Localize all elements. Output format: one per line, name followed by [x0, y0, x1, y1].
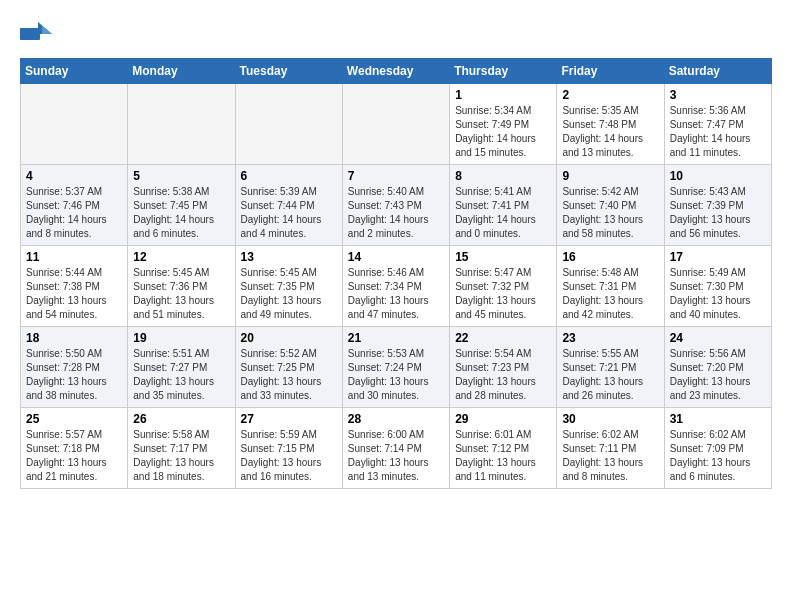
day-number: 12	[133, 250, 229, 264]
page-header	[20, 20, 772, 48]
day-info: Sunrise: 5:52 AM Sunset: 7:25 PM Dayligh…	[241, 347, 337, 403]
day-number: 30	[562, 412, 658, 426]
day-info: Sunrise: 5:39 AM Sunset: 7:44 PM Dayligh…	[241, 185, 337, 241]
day-number: 23	[562, 331, 658, 345]
day-info: Sunrise: 5:34 AM Sunset: 7:49 PM Dayligh…	[455, 104, 551, 160]
day-info: Sunrise: 5:55 AM Sunset: 7:21 PM Dayligh…	[562, 347, 658, 403]
day-info: Sunrise: 5:51 AM Sunset: 7:27 PM Dayligh…	[133, 347, 229, 403]
day-number: 9	[562, 169, 658, 183]
calendar-cell: 22Sunrise: 5:54 AM Sunset: 7:23 PM Dayli…	[450, 327, 557, 408]
calendar-cell: 1Sunrise: 5:34 AM Sunset: 7:49 PM Daylig…	[450, 84, 557, 165]
calendar-cell	[235, 84, 342, 165]
day-number: 17	[670, 250, 766, 264]
day-info: Sunrise: 6:02 AM Sunset: 7:09 PM Dayligh…	[670, 428, 766, 484]
calendar-cell: 6Sunrise: 5:39 AM Sunset: 7:44 PM Daylig…	[235, 165, 342, 246]
calendar-header-tuesday: Tuesday	[235, 59, 342, 84]
day-info: Sunrise: 5:37 AM Sunset: 7:46 PM Dayligh…	[26, 185, 122, 241]
day-info: Sunrise: 5:56 AM Sunset: 7:20 PM Dayligh…	[670, 347, 766, 403]
calendar-cell: 20Sunrise: 5:52 AM Sunset: 7:25 PM Dayli…	[235, 327, 342, 408]
day-number: 15	[455, 250, 551, 264]
day-number: 13	[241, 250, 337, 264]
calendar-header-sunday: Sunday	[21, 59, 128, 84]
day-info: Sunrise: 5:40 AM Sunset: 7:43 PM Dayligh…	[348, 185, 444, 241]
calendar-week-row: 25Sunrise: 5:57 AM Sunset: 7:18 PM Dayli…	[21, 408, 772, 489]
calendar-cell: 12Sunrise: 5:45 AM Sunset: 7:36 PM Dayli…	[128, 246, 235, 327]
day-number: 26	[133, 412, 229, 426]
day-info: Sunrise: 5:35 AM Sunset: 7:48 PM Dayligh…	[562, 104, 658, 160]
calendar-cell: 13Sunrise: 5:45 AM Sunset: 7:35 PM Dayli…	[235, 246, 342, 327]
day-number: 16	[562, 250, 658, 264]
calendar-cell: 16Sunrise: 5:48 AM Sunset: 7:31 PM Dayli…	[557, 246, 664, 327]
calendar-week-row: 1Sunrise: 5:34 AM Sunset: 7:49 PM Daylig…	[21, 84, 772, 165]
day-number: 11	[26, 250, 122, 264]
day-number: 4	[26, 169, 122, 183]
calendar-cell: 3Sunrise: 5:36 AM Sunset: 7:47 PM Daylig…	[664, 84, 771, 165]
calendar-header-friday: Friday	[557, 59, 664, 84]
calendar-week-row: 18Sunrise: 5:50 AM Sunset: 7:28 PM Dayli…	[21, 327, 772, 408]
calendar-cell: 30Sunrise: 6:02 AM Sunset: 7:11 PM Dayli…	[557, 408, 664, 489]
day-number: 21	[348, 331, 444, 345]
day-info: Sunrise: 5:41 AM Sunset: 7:41 PM Dayligh…	[455, 185, 551, 241]
calendar-cell: 29Sunrise: 6:01 AM Sunset: 7:12 PM Dayli…	[450, 408, 557, 489]
calendar-cell: 17Sunrise: 5:49 AM Sunset: 7:30 PM Dayli…	[664, 246, 771, 327]
calendar-week-row: 11Sunrise: 5:44 AM Sunset: 7:38 PM Dayli…	[21, 246, 772, 327]
day-number: 19	[133, 331, 229, 345]
day-info: Sunrise: 5:49 AM Sunset: 7:30 PM Dayligh…	[670, 266, 766, 322]
calendar-cell: 18Sunrise: 5:50 AM Sunset: 7:28 PM Dayli…	[21, 327, 128, 408]
day-info: Sunrise: 5:38 AM Sunset: 7:45 PM Dayligh…	[133, 185, 229, 241]
calendar-header-monday: Monday	[128, 59, 235, 84]
day-number: 7	[348, 169, 444, 183]
day-number: 28	[348, 412, 444, 426]
day-info: Sunrise: 5:43 AM Sunset: 7:39 PM Dayligh…	[670, 185, 766, 241]
day-number: 6	[241, 169, 337, 183]
day-info: Sunrise: 5:45 AM Sunset: 7:36 PM Dayligh…	[133, 266, 229, 322]
calendar-cell: 25Sunrise: 5:57 AM Sunset: 7:18 PM Dayli…	[21, 408, 128, 489]
calendar-cell: 5Sunrise: 5:38 AM Sunset: 7:45 PM Daylig…	[128, 165, 235, 246]
day-info: Sunrise: 6:01 AM Sunset: 7:12 PM Dayligh…	[455, 428, 551, 484]
day-info: Sunrise: 5:44 AM Sunset: 7:38 PM Dayligh…	[26, 266, 122, 322]
calendar-cell: 15Sunrise: 5:47 AM Sunset: 7:32 PM Dayli…	[450, 246, 557, 327]
day-number: 31	[670, 412, 766, 426]
calendar-header-saturday: Saturday	[664, 59, 771, 84]
day-number: 1	[455, 88, 551, 102]
day-info: Sunrise: 6:02 AM Sunset: 7:11 PM Dayligh…	[562, 428, 658, 484]
day-info: Sunrise: 5:36 AM Sunset: 7:47 PM Dayligh…	[670, 104, 766, 160]
calendar-cell: 9Sunrise: 5:42 AM Sunset: 7:40 PM Daylig…	[557, 165, 664, 246]
day-number: 3	[670, 88, 766, 102]
day-info: Sunrise: 5:45 AM Sunset: 7:35 PM Dayligh…	[241, 266, 337, 322]
calendar-cell	[21, 84, 128, 165]
day-number: 27	[241, 412, 337, 426]
calendar-cell: 8Sunrise: 5:41 AM Sunset: 7:41 PM Daylig…	[450, 165, 557, 246]
day-info: Sunrise: 5:58 AM Sunset: 7:17 PM Dayligh…	[133, 428, 229, 484]
logo	[20, 20, 56, 48]
calendar-cell: 2Sunrise: 5:35 AM Sunset: 7:48 PM Daylig…	[557, 84, 664, 165]
calendar-cell: 31Sunrise: 6:02 AM Sunset: 7:09 PM Dayli…	[664, 408, 771, 489]
calendar-cell: 11Sunrise: 5:44 AM Sunset: 7:38 PM Dayli…	[21, 246, 128, 327]
calendar-cell: 7Sunrise: 5:40 AM Sunset: 7:43 PM Daylig…	[342, 165, 449, 246]
calendar-cell	[342, 84, 449, 165]
day-info: Sunrise: 5:47 AM Sunset: 7:32 PM Dayligh…	[455, 266, 551, 322]
calendar-week-row: 4Sunrise: 5:37 AM Sunset: 7:46 PM Daylig…	[21, 165, 772, 246]
day-number: 8	[455, 169, 551, 183]
day-info: Sunrise: 6:00 AM Sunset: 7:14 PM Dayligh…	[348, 428, 444, 484]
day-number: 29	[455, 412, 551, 426]
calendar-cell: 10Sunrise: 5:43 AM Sunset: 7:39 PM Dayli…	[664, 165, 771, 246]
calendar-header-wednesday: Wednesday	[342, 59, 449, 84]
calendar-header-row: SundayMondayTuesdayWednesdayThursdayFrid…	[21, 59, 772, 84]
day-number: 24	[670, 331, 766, 345]
calendar-cell	[128, 84, 235, 165]
calendar-cell: 14Sunrise: 5:46 AM Sunset: 7:34 PM Dayli…	[342, 246, 449, 327]
day-number: 14	[348, 250, 444, 264]
logo-icon	[20, 20, 52, 48]
day-number: 10	[670, 169, 766, 183]
day-info: Sunrise: 5:46 AM Sunset: 7:34 PM Dayligh…	[348, 266, 444, 322]
day-info: Sunrise: 5:57 AM Sunset: 7:18 PM Dayligh…	[26, 428, 122, 484]
day-number: 22	[455, 331, 551, 345]
day-info: Sunrise: 5:48 AM Sunset: 7:31 PM Dayligh…	[562, 266, 658, 322]
calendar-header-thursday: Thursday	[450, 59, 557, 84]
calendar-table: SundayMondayTuesdayWednesdayThursdayFrid…	[20, 58, 772, 489]
day-info: Sunrise: 5:54 AM Sunset: 7:23 PM Dayligh…	[455, 347, 551, 403]
day-number: 20	[241, 331, 337, 345]
day-number: 18	[26, 331, 122, 345]
calendar-cell: 21Sunrise: 5:53 AM Sunset: 7:24 PM Dayli…	[342, 327, 449, 408]
